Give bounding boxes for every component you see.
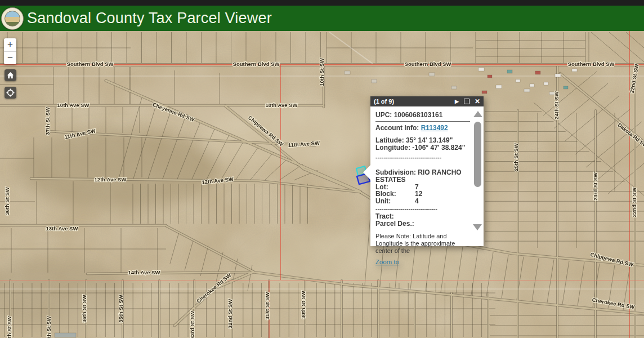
street-label: 30th St SW	[300, 291, 306, 319]
account-info-label: Account Info:	[375, 124, 419, 132]
street-label: Southern Blvd SW	[405, 61, 451, 67]
separator-line	[375, 121, 470, 122]
scroll-down-icon[interactable]	[473, 224, 482, 230]
street-label: 22nd St SW	[631, 188, 637, 217]
upc-value: UPC: 1006068103161	[375, 112, 469, 119]
street-label: 23rd St SW	[592, 172, 598, 201]
aerial-parcel-map[interactable]: Southern Blvd SWSouthern Blvd SWSouthern…	[0, 31, 644, 338]
street-label: 33rd St SW	[189, 311, 195, 338]
note-text: Please Note: Latitude and Longitude is t…	[375, 233, 472, 255]
street-label: 10th St SW	[319, 58, 325, 86]
block-label: Block:	[375, 190, 415, 197]
popup-pager: (1 of 9)	[374, 98, 394, 105]
street-label: 12th Ave SW	[95, 176, 127, 183]
unit-value: 4	[415, 198, 419, 204]
dashed-divider: --------------------------------	[375, 154, 464, 161]
street-label: 25th St SW	[513, 143, 519, 171]
street-label: 10th Ave SW	[57, 102, 90, 108]
block-value: 12	[415, 190, 422, 197]
window-top-strip	[0, 0, 644, 6]
popup-pointer	[363, 165, 370, 180]
street-label: 37th St SW	[46, 316, 52, 338]
street-label: Southern Blvd SW	[233, 61, 280, 67]
close-icon[interactable]: ✕	[475, 98, 480, 105]
zoom-to-link[interactable]: Zoom to	[375, 259, 399, 265]
locate-button[interactable]	[5, 87, 16, 99]
street-label: 32nd St SW	[227, 299, 233, 328]
street-label: 36th St SW	[81, 295, 87, 323]
account-info-row: Account Info: R113492	[375, 124, 469, 132]
parcel-info-popup: (1 of 9) ▶ ✕ UPC: 1006068103161 Account …	[370, 96, 484, 246]
unit-label: Unit:	[375, 198, 415, 204]
popup-body: UPC: 1006068103161 Account Info: R113492…	[370, 106, 484, 246]
scroll-thumb[interactable]	[474, 122, 481, 187]
app-title: Sandoval County Tax Parcel Viewer	[27, 10, 272, 27]
parcel-des-label: Parcel Des.:	[375, 220, 469, 228]
zoom-out-button[interactable]: −	[4, 52, 16, 65]
street-label: 13th Ave SW	[46, 225, 78, 232]
longitude-value: Longitude: -106° 47' 38.824"	[375, 144, 469, 152]
subdivision-value: Subdivision: RIO RANCHO ESTATES	[375, 169, 468, 184]
home-button[interactable]	[5, 69, 16, 81]
county-seal-inner	[5, 11, 20, 26]
account-link[interactable]: R113492	[421, 124, 448, 132]
street-label: Southern Blvd SW	[568, 61, 615, 67]
street-label: 31st St SW	[264, 292, 270, 319]
next-result-icon[interactable]: ▶	[455, 99, 459, 104]
app-window: Sandoval County Tax Parcel Viewer	[0, 0, 644, 338]
street-label: 14th Ave SW	[128, 269, 160, 275]
home-icon	[6, 71, 15, 79]
crosshair-icon	[6, 88, 15, 97]
street-label: 24th St SW	[553, 91, 560, 119]
street-label: 35th St SW	[118, 295, 124, 323]
scroll-up-icon[interactable]	[473, 111, 482, 117]
maximize-icon[interactable]	[464, 99, 469, 104]
street-label: 36th St SW	[4, 187, 10, 215]
street-label: 38th St SW	[6, 316, 12, 338]
block-row: Block: 12	[375, 190, 469, 197]
street-label: Southern Blvd SW	[67, 61, 114, 67]
popup-header[interactable]: (1 of 9) ▶ ✕	[370, 96, 484, 106]
county-seal-logo	[1, 7, 24, 30]
street-label: 10th Ave SW	[266, 102, 298, 108]
app-header: Sandoval County Tax Parcel Viewer	[0, 6, 644, 32]
zoom-control: + −	[4, 38, 16, 64]
unit-row: Unit: 4	[375, 198, 469, 204]
dashed-divider: ------------------------------	[375, 205, 464, 212]
map-canvas[interactable]: Southern Blvd SWSouthern Blvd SWSouthern…	[0, 31, 644, 338]
zoom-in-button[interactable]: +	[4, 38, 16, 51]
popup-scrollbar[interactable]	[472, 108, 483, 244]
street-label: 37th St SW	[44, 107, 51, 135]
